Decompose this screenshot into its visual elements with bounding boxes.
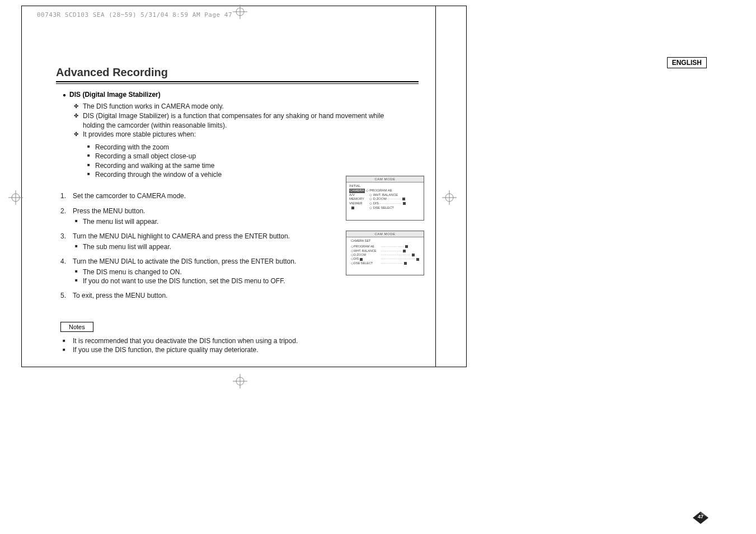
register-mark-icon: [233, 374, 247, 388]
section-header: DIS (Digital Image Stabilizer): [63, 91, 419, 99]
step-text: Set the camcorder to CAMERA mode.: [73, 192, 186, 200]
notes-wrapper: Notes: [56, 306, 93, 336]
step-sub-item: The menu list will appear.: [75, 217, 335, 226]
language-badge: ENGLISH: [667, 57, 707, 68]
intro-item: It provides more stable pictures when:: [74, 130, 387, 139]
notes-list: It is recommended that you deactivate th…: [63, 336, 419, 355]
register-mark-icon: [233, 4, 247, 19]
page-number-text: 47: [693, 514, 708, 519]
menu2-body: CAMERA SET ◇PROGRAM AE··················…: [346, 237, 424, 268]
menu-figure-1: CAM MODE INITIAL CAMERA◇ PROGRAM AE A/V◇…: [346, 176, 424, 221]
title-rule-thin: [56, 83, 419, 84]
step-text: To exit, press the MENU button.: [73, 292, 167, 299]
step-text: Turn the MENU DIAL to activate the DIS f…: [73, 257, 296, 265]
step-sub-item: The DIS menu is changed to ON.: [75, 268, 335, 277]
stable-item: Recording and walking at the same time: [87, 161, 419, 170]
stable-item: Recording a small object close-up: [87, 152, 419, 161]
step-text: Press the MENU button.: [73, 207, 145, 215]
step-sub-item: The sub menu list will appear.: [75, 242, 335, 251]
step-sub: The sub menu list will appear.: [75, 242, 335, 251]
step-5: 5.To exit, press the MENU button.: [60, 291, 335, 301]
register-mark-icon: [442, 190, 457, 205]
trim-line: [435, 6, 436, 367]
title-rule-thick: [56, 81, 419, 82]
steps-list: 1.Set the camcorder to CAMERA mode. 2.Pr…: [60, 191, 335, 301]
step-3: 3.Turn the MENU DIAL highlight to CAMERA…: [60, 232, 335, 251]
intro-item: The DIS function works in CAMERA mode on…: [74, 102, 387, 111]
page-number: 47: [693, 512, 708, 524]
menu-figures: CAM MODE INITIAL CAMERA◇ PROGRAM AE A/V◇…: [346, 176, 424, 285]
step-sub-item: If you do not want to use the DIS functi…: [75, 277, 335, 285]
stable-list: Recording with the zoom Recording a smal…: [87, 143, 419, 179]
menu-figure-2: CAM MODE CAMERA SET ◇PROGRAM AE·········…: [346, 231, 424, 276]
step-1: 1.Set the camcorder to CAMERA mode.: [60, 191, 335, 201]
menu1-title: CAM MODE: [346, 176, 424, 182]
menu1-body: INITIAL CAMERA◇ PROGRAM AE A/V◇ WHT. BAL…: [346, 182, 424, 212]
content-area: Advanced Recording DIS (Digital Image St…: [56, 66, 419, 355]
print-header-info: 00743R SCD103 SEA (28~59) 5/31/04 8:59 A…: [37, 11, 232, 18]
stable-item: Recording with the zoom: [87, 143, 419, 152]
page-title: Advanced Recording: [56, 66, 419, 81]
step-4: 4.Turn the MENU DIAL to activate the DIS…: [60, 257, 335, 285]
step-2: 2.Press the MENU button. The menu list w…: [60, 207, 335, 226]
intro-item: DIS (Digital Image Stabilizer) is a func…: [74, 111, 387, 130]
note-item: It is recommended that you deactivate th…: [63, 336, 419, 346]
step-sub: The menu list will appear.: [75, 217, 335, 226]
step-text: Turn the MENU DIAL highlight to CAMERA a…: [73, 232, 290, 240]
menu2-title: CAM MODE: [346, 231, 424, 237]
intro-list: The DIS function works in CAMERA mode on…: [74, 102, 419, 139]
note-item: If you use the DIS function, the picture…: [63, 345, 419, 355]
register-mark-icon: [8, 190, 23, 205]
step-sub: The DIS menu is changed to ON. If you do…: [75, 268, 335, 285]
notes-label: Notes: [60, 322, 93, 332]
menu2-header: CAMERA SET: [351, 239, 370, 243]
